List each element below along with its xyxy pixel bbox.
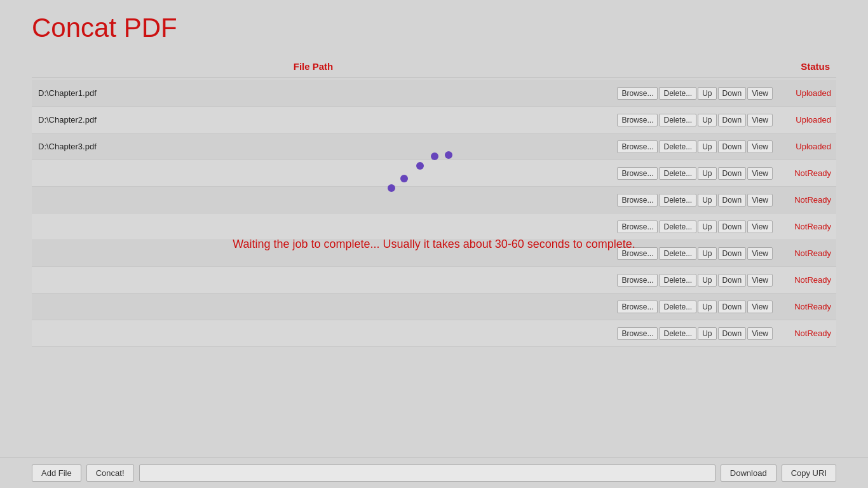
row-browse-button[interactable]: Browse... xyxy=(617,247,658,260)
row-browse-button[interactable]: Browse... xyxy=(617,194,658,207)
row-up-button[interactable]: Up xyxy=(698,220,716,233)
row-view-button[interactable]: View xyxy=(747,194,773,207)
add-file-button[interactable]: Add File xyxy=(32,464,81,482)
file-path-input[interactable] xyxy=(34,191,617,209)
row-view-button[interactable]: View xyxy=(747,87,773,100)
row-down-button[interactable]: Down xyxy=(718,301,747,313)
table-row: Browse...Delete...UpDownViewUploaded xyxy=(32,107,836,133)
row-delete-button[interactable]: Delete... xyxy=(659,274,696,287)
status-badge: NotReady xyxy=(776,302,834,311)
row-delete-button[interactable]: Delete... xyxy=(659,167,696,180)
table-header: File Path Status xyxy=(32,56,836,78)
row-browse-button[interactable]: Browse... xyxy=(617,87,658,100)
file-path-input[interactable] xyxy=(34,271,617,289)
table-row: Browse...Delete...UpDownViewUploaded xyxy=(32,133,836,160)
status-badge: NotReady xyxy=(776,329,834,338)
main-table-area: File Path Status Browse...Delete...UpDow… xyxy=(0,56,868,347)
row-delete-button[interactable]: Delete... xyxy=(659,114,696,126)
status-badge: Uploaded xyxy=(776,88,834,98)
copy-uri-button[interactable]: Copy URI xyxy=(782,464,836,482)
status-column-header: Status xyxy=(760,61,836,72)
row-up-button[interactable]: Up xyxy=(698,274,716,287)
concat-button[interactable]: Concat! xyxy=(86,464,134,482)
row-action-buttons: Browse...Delete...UpDownView xyxy=(617,301,773,313)
table-row: Browse...Delete...UpDownViewNotReady xyxy=(32,294,836,320)
table-row: Browse...Delete...UpDownViewNotReady xyxy=(32,320,836,347)
row-up-button[interactable]: Up xyxy=(698,327,716,340)
row-delete-button[interactable]: Delete... xyxy=(659,140,696,153)
row-delete-button[interactable]: Delete... xyxy=(659,194,696,207)
status-badge: Uploaded xyxy=(776,142,834,151)
uri-input[interactable] xyxy=(139,464,715,482)
download-button[interactable]: Download xyxy=(721,464,776,482)
row-delete-button[interactable]: Delete... xyxy=(659,247,696,260)
table-row: Browse...Delete...UpDownViewNotReady xyxy=(32,214,836,240)
table-row: Browse...Delete...UpDownViewNotReady xyxy=(32,240,836,267)
row-browse-button[interactable]: Browse... xyxy=(617,301,658,313)
file-path-input[interactable] xyxy=(34,165,617,182)
row-down-button[interactable]: Down xyxy=(718,167,747,180)
rows-container: Browse...Delete...UpDownViewUploadedBrow… xyxy=(32,80,836,347)
row-view-button[interactable]: View xyxy=(747,274,773,287)
file-path-input[interactable] xyxy=(34,111,617,129)
row-down-button[interactable]: Down xyxy=(718,114,747,126)
file-path-input[interactable] xyxy=(34,325,617,342)
row-browse-button[interactable]: Browse... xyxy=(617,114,658,126)
row-browse-button[interactable]: Browse... xyxy=(617,220,658,233)
row-down-button[interactable]: Down xyxy=(718,87,747,100)
filepath-column-header: File Path xyxy=(32,61,595,72)
row-up-button[interactable]: Up xyxy=(698,194,716,207)
row-up-button[interactable]: Up xyxy=(698,140,716,153)
row-down-button[interactable]: Down xyxy=(718,194,747,207)
row-action-buttons: Browse...Delete...UpDownView xyxy=(617,114,773,126)
row-up-button[interactable]: Up xyxy=(698,167,716,180)
row-browse-button[interactable]: Browse... xyxy=(617,327,658,340)
row-action-buttons: Browse...Delete...UpDownView xyxy=(617,220,773,233)
row-up-button[interactable]: Up xyxy=(698,301,716,313)
file-path-input[interactable] xyxy=(34,245,617,262)
row-action-buttons: Browse...Delete...UpDownView xyxy=(617,247,773,260)
row-down-button[interactable]: Down xyxy=(718,327,747,340)
row-action-buttons: Browse...Delete...UpDownView xyxy=(617,140,773,153)
row-view-button[interactable]: View xyxy=(747,114,773,126)
row-action-buttons: Browse...Delete...UpDownView xyxy=(617,274,773,287)
row-up-button[interactable]: Up xyxy=(698,247,716,260)
row-action-buttons: Browse...Delete...UpDownView xyxy=(617,167,773,180)
bottom-bar: Add File Concat! Download Copy URI xyxy=(0,458,868,488)
row-view-button[interactable]: View xyxy=(747,220,773,233)
status-badge: NotReady xyxy=(776,248,834,258)
row-down-button[interactable]: Down xyxy=(718,247,747,260)
row-view-button[interactable]: View xyxy=(747,327,773,340)
file-path-input[interactable] xyxy=(34,138,617,156)
table-row: Browse...Delete...UpDownViewNotReady xyxy=(32,187,836,214)
row-down-button[interactable]: Down xyxy=(718,140,747,153)
row-down-button[interactable]: Down xyxy=(718,220,747,233)
row-delete-button[interactable]: Delete... xyxy=(659,327,696,340)
row-up-button[interactable]: Up xyxy=(698,87,716,100)
file-path-input[interactable] xyxy=(34,85,617,102)
status-badge: NotReady xyxy=(776,222,834,231)
row-action-buttons: Browse...Delete...UpDownView xyxy=(617,194,773,207)
row-down-button[interactable]: Down xyxy=(718,274,747,287)
status-badge: Uploaded xyxy=(776,115,834,125)
file-path-input[interactable] xyxy=(34,298,617,316)
row-view-button[interactable]: View xyxy=(747,140,773,153)
row-browse-button[interactable]: Browse... xyxy=(617,167,658,180)
row-action-buttons: Browse...Delete...UpDownView xyxy=(617,327,773,340)
row-delete-button[interactable]: Delete... xyxy=(659,220,696,233)
table-row: Browse...Delete...UpDownViewUploaded xyxy=(32,80,836,107)
row-browse-button[interactable]: Browse... xyxy=(617,274,658,287)
row-up-button[interactable]: Up xyxy=(698,114,716,126)
file-path-input[interactable] xyxy=(34,218,617,236)
row-browse-button[interactable]: Browse... xyxy=(617,140,658,153)
row-view-button[interactable]: View xyxy=(747,167,773,180)
row-view-button[interactable]: View xyxy=(747,247,773,260)
row-delete-button[interactable]: Delete... xyxy=(659,301,696,313)
status-badge: NotReady xyxy=(776,275,834,285)
row-action-buttons: Browse...Delete...UpDownView xyxy=(617,87,773,100)
status-badge: NotReady xyxy=(776,195,834,205)
row-view-button[interactable]: View xyxy=(747,301,773,313)
table-row: Browse...Delete...UpDownViewNotReady xyxy=(32,160,836,187)
row-delete-button[interactable]: Delete... xyxy=(659,87,696,100)
table-row: Browse...Delete...UpDownViewNotReady xyxy=(32,267,836,294)
